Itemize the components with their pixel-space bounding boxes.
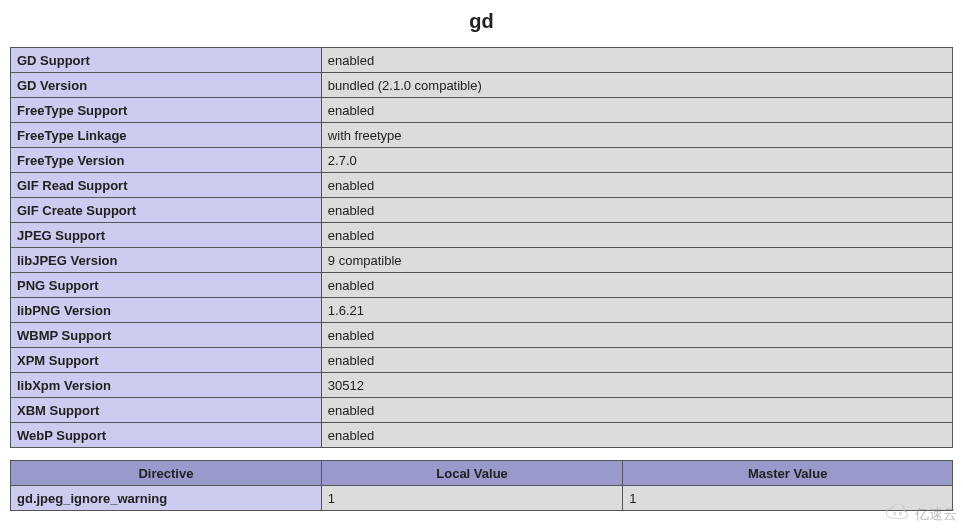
info-row: libXpm Version30512: [11, 373, 953, 398]
config-header-directive: Directive: [11, 461, 322, 486]
info-label: PNG Support: [11, 273, 322, 298]
info-label: FreeType Support: [11, 98, 322, 123]
info-label: libPNG Version: [11, 298, 322, 323]
config-local-value: 1: [321, 486, 622, 511]
info-value: enabled: [321, 48, 952, 73]
info-value: enabled: [321, 348, 952, 373]
info-label: XPM Support: [11, 348, 322, 373]
info-value: enabled: [321, 323, 952, 348]
config-row: gd.jpeg_ignore_warning11: [11, 486, 953, 511]
gd-info-table: GD SupportenabledGD Versionbundled (2.1.…: [10, 47, 953, 448]
info-value: bundled (2.1.0 compatible): [321, 73, 952, 98]
info-label: XBM Support: [11, 398, 322, 423]
info-row: libJPEG Version9 compatible: [11, 248, 953, 273]
info-label: FreeType Version: [11, 148, 322, 173]
info-value: 1.6.21: [321, 298, 952, 323]
info-label: GIF Create Support: [11, 198, 322, 223]
info-row: JPEG Supportenabled: [11, 223, 953, 248]
info-row: FreeType Linkagewith freetype: [11, 123, 953, 148]
info-value: enabled: [321, 273, 952, 298]
info-row: WBMP Supportenabled: [11, 323, 953, 348]
info-row: GD Supportenabled: [11, 48, 953, 73]
svg-point-1: [899, 512, 902, 515]
info-value: with freetype: [321, 123, 952, 148]
info-value: enabled: [321, 423, 952, 448]
info-label: GD Version: [11, 73, 322, 98]
info-label: WebP Support: [11, 423, 322, 448]
info-value: enabled: [321, 398, 952, 423]
info-label: GIF Read Support: [11, 173, 322, 198]
info-row: PNG Supportenabled: [11, 273, 953, 298]
info-row: GIF Create Supportenabled: [11, 198, 953, 223]
info-value: 30512: [321, 373, 952, 398]
info-value: 2.7.0: [321, 148, 952, 173]
info-row: GD Versionbundled (2.1.0 compatible): [11, 73, 953, 98]
config-header-local: Local Value: [321, 461, 622, 486]
gd-config-table: Directive Local Value Master Value gd.jp…: [10, 460, 953, 511]
config-master-value: 1: [623, 486, 953, 511]
info-value: enabled: [321, 173, 952, 198]
config-header-master: Master Value: [623, 461, 953, 486]
info-row: XPM Supportenabled: [11, 348, 953, 373]
section-heading: gd: [0, 0, 963, 47]
info-label: libJPEG Version: [11, 248, 322, 273]
info-label: libXpm Version: [11, 373, 322, 398]
info-row: GIF Read Supportenabled: [11, 173, 953, 198]
config-directive: gd.jpeg_ignore_warning: [11, 486, 322, 511]
info-row: FreeType Supportenabled: [11, 98, 953, 123]
info-row: XBM Supportenabled: [11, 398, 953, 423]
info-label: JPEG Support: [11, 223, 322, 248]
svg-point-0: [893, 512, 896, 515]
info-value: enabled: [321, 223, 952, 248]
info-label: WBMP Support: [11, 323, 322, 348]
info-row: FreeType Version2.7.0: [11, 148, 953, 173]
info-row: WebP Supportenabled: [11, 423, 953, 448]
info-value: enabled: [321, 198, 952, 223]
info-label: FreeType Linkage: [11, 123, 322, 148]
info-value: 9 compatible: [321, 248, 952, 273]
info-row: libPNG Version1.6.21: [11, 298, 953, 323]
info-value: enabled: [321, 98, 952, 123]
config-header-row: Directive Local Value Master Value: [11, 461, 953, 486]
info-label: GD Support: [11, 48, 322, 73]
